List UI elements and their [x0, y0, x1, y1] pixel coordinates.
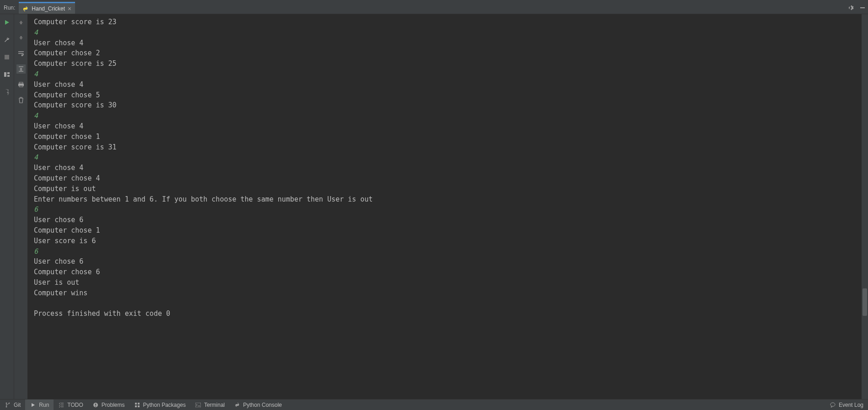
problems-toolwindow-button[interactable]: Problems [88, 399, 129, 410]
scroll-up-button[interactable] [16, 18, 26, 27]
terminal-toolwindow-button[interactable]: Terminal [190, 399, 229, 410]
console-input-line: 4 [34, 153, 38, 161]
event-log-icon [830, 402, 836, 408]
console-output-line: Computer chose 2 [34, 49, 100, 57]
console-action-strip [14, 14, 27, 399]
pin-button[interactable] [2, 87, 11, 96]
python-packages-label: Python Packages [143, 402, 186, 408]
svg-point-15 [830, 403, 835, 406]
svg-rect-13 [138, 405, 140, 407]
run-toolwindow-body: Computer score is 23 4 User chose 4 Comp… [0, 14, 868, 399]
console-output-line: Enter numbers between 1 and 6. If you bo… [34, 195, 373, 203]
layout-button[interactable] [2, 70, 11, 79]
play-icon [30, 402, 36, 408]
console-output-line: Computer score is 23 [34, 18, 117, 26]
console-output-line: User chose 4 [34, 122, 83, 130]
packages-icon [134, 402, 140, 408]
minus-icon [860, 7, 865, 8]
clear-all-button[interactable] [16, 96, 26, 105]
run-toolwindow-header: Run: Hand_Cricket × [0, 2, 868, 14]
console-output-line: User chose 6 [34, 257, 83, 266]
svg-rect-11 [138, 403, 140, 405]
svg-rect-10 [135, 403, 137, 405]
todo-label: TODO [67, 402, 83, 408]
run-label: Run: [0, 2, 19, 14]
console-output-line: User chose 4 [34, 164, 83, 172]
console-output-line: Computer chose 1 [34, 133, 100, 141]
settings-button[interactable] [846, 2, 857, 14]
console-output-line: User chose 6 [34, 216, 83, 224]
hide-toolwindow-button[interactable] [857, 2, 868, 14]
svg-rect-2 [7, 72, 10, 74]
vertical-scrollbar[interactable] [862, 14, 868, 399]
svg-rect-14 [195, 403, 201, 407]
console-output-line: Computer chose 4 [34, 174, 100, 182]
python-console-button[interactable]: Python Console [229, 399, 286, 410]
event-log-label: Event Log [839, 402, 863, 408]
run-toolwindow-button[interactable]: Run [25, 399, 54, 410]
svg-rect-1 [4, 72, 6, 77]
run-config-tab[interactable]: Hand_Cricket × [19, 2, 75, 14]
console-output[interactable]: Computer score is 23 4 User chose 4 Comp… [27, 14, 862, 399]
status-bar: Git Run TODO Problems Python Packages Te… [0, 399, 868, 410]
console-output-line: Computer chose 1 [34, 226, 100, 234]
console-output-line: Computer wins [34, 289, 87, 297]
console-input-line: 4 [34, 112, 38, 120]
git-toolwindow-button[interactable]: Git [0, 399, 25, 410]
print-button[interactable] [16, 80, 26, 89]
scroll-down-button[interactable] [16, 33, 26, 43]
event-log-button[interactable]: Event Log [825, 399, 868, 410]
terminal-label: Terminal [204, 402, 225, 408]
problems-icon [92, 402, 99, 408]
svg-rect-12 [135, 405, 137, 407]
left-action-strip [0, 14, 14, 399]
git-branch-icon [5, 402, 11, 408]
console-output-line: Computer score is 31 [34, 143, 117, 151]
python-file-icon [22, 5, 29, 12]
console-output-line: User is out [34, 278, 79, 287]
console-input-line: 6 [34, 247, 38, 256]
svg-rect-3 [7, 75, 10, 77]
python-packages-button[interactable]: Python Packages [129, 399, 190, 410]
console-input-line: 6 [34, 205, 38, 213]
rerun-button[interactable] [2, 18, 11, 27]
git-label: Git [14, 402, 21, 408]
run-label-bottom: Run [39, 402, 49, 408]
console-output-line: User score is 6 [34, 237, 96, 245]
python-icon [234, 402, 240, 408]
svg-rect-0 [5, 55, 9, 59]
svg-rect-8 [95, 404, 96, 405]
terminal-icon [195, 402, 201, 408]
stop-button[interactable] [2, 53, 11, 62]
scroll-to-end-button[interactable] [16, 64, 26, 74]
console-input-line: 4 [34, 70, 38, 78]
python-console-label: Python Console [243, 402, 282, 408]
console-output-line: Computer is out [34, 185, 96, 193]
console-output-line: Computer score is 30 [34, 101, 117, 109]
todo-list-icon [58, 402, 65, 408]
console-output-line: Process finished with exit code 0 [34, 309, 170, 318]
console-output-line: Computer score is 25 [34, 59, 117, 68]
scrollbar-thumb[interactable] [863, 288, 867, 316]
console-input-line: 4 [34, 28, 38, 37]
console-output-line: Computer chose 6 [34, 268, 100, 276]
run-config-name: Hand_Cricket [32, 5, 65, 12]
console-output-line: User chose 4 [34, 39, 83, 47]
svg-rect-4 [19, 82, 23, 84]
svg-rect-9 [95, 406, 96, 407]
svg-rect-6 [19, 85, 23, 87]
close-tab-button[interactable]: × [68, 5, 71, 12]
problems-label: Problems [102, 402, 125, 408]
wrench-button[interactable] [2, 35, 11, 44]
console-output-line: Computer chose 5 [34, 91, 100, 99]
todo-toolwindow-button[interactable]: TODO [54, 399, 87, 410]
console-output-line: User chose 4 [34, 80, 83, 89]
soft-wrap-button[interactable] [16, 49, 26, 58]
